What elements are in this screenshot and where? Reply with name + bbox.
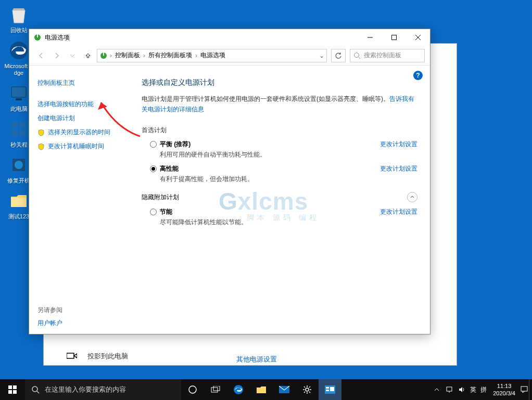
svg-rect-10	[67, 353, 74, 358]
power-plan-high-perf: 高性能 有利于提高性能，但会增加功耗。 更改计划设置	[150, 164, 417, 184]
svg-point-25	[32, 386, 37, 392]
radio-balanced[interactable]	[150, 141, 157, 148]
refresh-button[interactable]	[331, 49, 346, 62]
hidden-plans-header: 隐藏附加计划	[142, 192, 417, 202]
taskbar-explorer[interactable]	[250, 379, 273, 400]
project-icon	[67, 352, 77, 360]
sidebar-home-link[interactable]: 控制面板主页	[37, 76, 125, 90]
taskbar-cortana[interactable]	[181, 379, 204, 400]
other-power-link[interactable]: 其他电源设置	[236, 355, 277, 364]
shield-icon	[37, 129, 45, 136]
taskbar-controlpanel[interactable]	[319, 379, 341, 400]
sidebar-link-sleep[interactable]: 更改计算机睡眠时间	[37, 139, 125, 153]
content-area: 选择或自定义电源计划 电源计划是用于管理计算机如何使用电源的一套硬件和系统设置(…	[133, 66, 430, 334]
svg-rect-3	[11, 122, 18, 128]
svg-rect-6	[20, 130, 26, 136]
svg-rect-23	[8, 390, 12, 394]
power-plan-balanced: 平衡 (推荐) 利用可用的硬件自动平衡功耗与性能。 更改计划设置	[150, 140, 417, 159]
titlebar: 电源选项	[29, 29, 430, 46]
svg-rect-43	[326, 390, 329, 391]
svg-rect-1	[11, 87, 26, 97]
title-icon	[33, 33, 42, 42]
sidebar-link-display-off[interactable]: 选择关闭显示器的时间	[37, 125, 125, 139]
svg-line-26	[37, 391, 39, 393]
svg-rect-21	[8, 385, 12, 389]
svg-rect-4	[20, 122, 26, 128]
nav-back-button[interactable]	[34, 49, 48, 62]
show-desktop-button[interactable]	[529, 379, 532, 400]
svg-rect-29	[213, 386, 220, 391]
see-also-user-accounts[interactable]: 用户帐户	[37, 319, 62, 328]
project-label[interactable]: 投影到此电脑	[87, 352, 128, 361]
preferred-plans-header: 首选计划	[142, 126, 417, 135]
svg-rect-5	[11, 130, 18, 136]
change-plan-link[interactable]: 更改计划设置	[380, 164, 417, 173]
start-button[interactable]	[0, 379, 25, 400]
change-plan-link[interactable]: 更改计划设置	[380, 140, 417, 149]
svg-rect-9	[11, 198, 27, 207]
svg-rect-28	[211, 388, 218, 392]
radio-saver[interactable]	[150, 209, 157, 215]
tray-clock[interactable]: 11:13 2020/3/4	[489, 382, 520, 397]
see-also: 另请参阅 用户帐户	[37, 306, 62, 328]
system-tray: 英 拼 11:13 2020/3/4	[430, 379, 532, 400]
svg-point-27	[189, 386, 196, 393]
svg-rect-12	[37, 34, 38, 37]
nav-recent-button[interactable]	[66, 49, 79, 62]
svg-rect-44	[330, 387, 334, 391]
taskbar-settings[interactable]	[296, 379, 319, 400]
address-dropdown-icon[interactable]: ⌄	[319, 52, 324, 59]
tray-volume-icon[interactable]	[455, 379, 468, 400]
power-plan-saver: 节能 尽可能降低计算机性能以节能。 更改计划设置	[150, 208, 417, 227]
svg-line-39	[309, 386, 310, 388]
navbar: ›控制面板 ›所有控制面板项 ›电源选项 ⌄ 搜索控制面板	[29, 46, 430, 66]
svg-rect-45	[447, 387, 452, 391]
search-input[interactable]: 搜索控制面板	[350, 49, 425, 62]
minimize-button[interactable]	[358, 29, 382, 46]
svg-rect-14	[392, 35, 397, 40]
svg-rect-18	[103, 53, 104, 56]
taskbar: 在这里输入你要搜索的内容 英 拼 11:13 2020/3/4	[0, 379, 532, 400]
sidebar: 控制面板主页 选择电源按钮的功能 创建电源计划 选择关闭显示器的时间 更改计算机…	[29, 66, 133, 334]
svg-rect-24	[13, 390, 17, 394]
search-icon	[353, 52, 361, 59]
change-plan-link[interactable]: 更改计划设置	[380, 208, 417, 216]
svg-rect-22	[13, 385, 17, 389]
taskbar-search[interactable]: 在这里输入你要搜索的内容	[25, 379, 181, 400]
tray-ime-mode[interactable]: 拼	[478, 385, 489, 394]
svg-point-8	[15, 161, 23, 169]
close-button[interactable]	[406, 29, 430, 46]
svg-rect-47	[521, 386, 527, 391]
taskbar-taskview[interactable]	[204, 379, 227, 400]
svg-line-40	[304, 392, 305, 393]
shield-icon	[37, 143, 45, 150]
search-icon	[31, 385, 40, 394]
svg-line-38	[309, 392, 310, 393]
taskbar-edge[interactable]	[227, 379, 250, 400]
tray-notifications-icon[interactable]	[520, 379, 529, 400]
control-panel-window: 电源选项 ›控制面板 ›所有控制面板项 ›电源选项 ⌄ 搜索控制面板	[29, 29, 430, 334]
tray-expand-icon[interactable]	[430, 379, 443, 400]
svg-point-32	[306, 388, 309, 391]
nav-up-button[interactable]	[81, 49, 95, 62]
window-title: 电源选项	[45, 33, 70, 42]
tray-network-icon[interactable]	[443, 379, 455, 400]
sidebar-link-power-button[interactable]: 选择电源按钮的功能	[37, 97, 125, 111]
tray-ime-lang[interactable]: 英	[468, 385, 478, 394]
page-heading: 选择或自定义电源计划	[142, 78, 417, 87]
intro-text: 电源计划是用于管理计算机如何使用电源的一套硬件和系统设置(如显示器亮度、睡眠等)…	[142, 94, 417, 114]
address-icon	[99, 51, 108, 60]
sidebar-link-create-plan[interactable]: 创建电源计划	[37, 111, 125, 125]
svg-rect-2	[16, 98, 22, 100]
svg-line-37	[304, 386, 305, 388]
collapse-button[interactable]	[407, 192, 417, 202]
svg-line-20	[359, 57, 361, 59]
svg-point-19	[354, 53, 359, 57]
radio-high-perf[interactable]	[150, 165, 157, 172]
nav-forward-button[interactable]	[50, 49, 64, 62]
svg-rect-42	[326, 387, 329, 389]
taskbar-mail[interactable]	[273, 379, 296, 400]
address-bar[interactable]: ›控制面板 ›所有控制面板项 ›电源选项 ⌄	[97, 49, 327, 62]
maximize-button[interactable]	[382, 29, 406, 46]
